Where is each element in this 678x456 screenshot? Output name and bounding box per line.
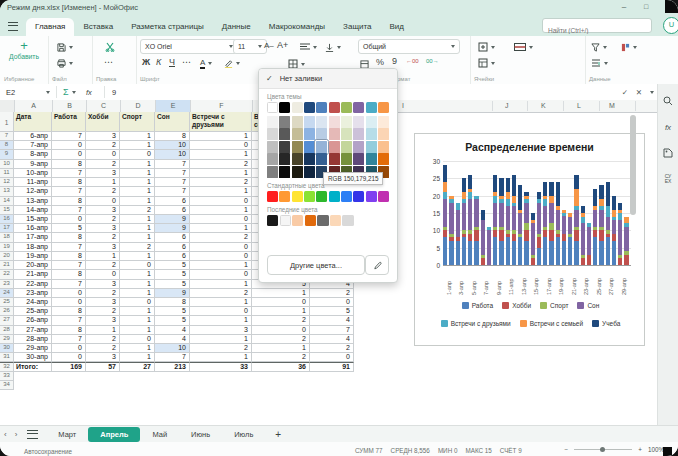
cell-style-button[interactable] bbox=[478, 56, 495, 70]
other-colors-button[interactable]: Другие цвета... bbox=[267, 255, 365, 275]
bar[interactable] bbox=[474, 196, 478, 265]
tint-color-swatch[interactable] bbox=[341, 141, 352, 153]
value-cell[interactable]: 1 bbox=[190, 280, 252, 289]
value-cell[interactable]: 3 bbox=[86, 206, 120, 215]
theme-color-swatch[interactable] bbox=[267, 102, 278, 113]
bold-button[interactable]: Ж bbox=[142, 57, 150, 67]
next-sheet-icon[interactable]: › bbox=[11, 430, 22, 439]
bar[interactable] bbox=[618, 203, 622, 265]
value-cell[interactable]: 8 bbox=[155, 298, 190, 307]
tint-color-swatch[interactable] bbox=[292, 128, 303, 140]
column-header[interactable]: I bbox=[402, 100, 404, 112]
value-cell[interactable]: 1 bbox=[120, 344, 155, 353]
value-cell[interactable]: 1 bbox=[120, 224, 155, 233]
vertical-scrollbar[interactable] bbox=[630, 115, 636, 215]
value-cell[interactable]: 3 bbox=[86, 298, 120, 307]
value-cell[interactable]: 1 bbox=[120, 197, 155, 206]
value-cell[interactable]: 2 bbox=[120, 206, 155, 215]
value-cell[interactable]: 8 bbox=[52, 233, 86, 242]
bar[interactable] bbox=[568, 213, 572, 265]
value-cell[interactable]: 1 bbox=[190, 169, 252, 178]
formula-input[interactable]: 9 bbox=[112, 84, 116, 100]
tint-color-swatch[interactable] bbox=[366, 128, 377, 140]
theme-color-swatch[interactable] bbox=[353, 102, 364, 113]
value-cell[interactable]: 2 bbox=[86, 160, 120, 169]
value-cell[interactable]: 0 bbox=[190, 141, 252, 150]
value-cell[interactable]: 7 bbox=[52, 335, 86, 344]
theme-color-swatch[interactable] bbox=[279, 102, 290, 113]
tint-color-swatch[interactable] bbox=[329, 128, 340, 140]
header-cell[interactable]: Сон bbox=[155, 112, 190, 132]
recent-color-swatch[interactable] bbox=[280, 215, 291, 226]
value-cell[interactable]: 2 bbox=[310, 344, 354, 353]
value-cell[interactable]: 1 bbox=[120, 280, 155, 289]
date-cell[interactable]: 10-апр bbox=[14, 169, 52, 178]
header-cell[interactable]: Спорт bbox=[120, 112, 155, 132]
tint-color-swatch[interactable] bbox=[267, 141, 278, 153]
value-cell[interactable]: 9 bbox=[155, 215, 190, 224]
value-cell[interactable]: 1 bbox=[120, 160, 155, 169]
total-cell[interactable]: 33 bbox=[190, 362, 252, 371]
tint-color-swatch[interactable] bbox=[292, 153, 303, 165]
value-cell[interactable]: 0 bbox=[252, 298, 310, 307]
value-cell[interactable]: 2 bbox=[190, 289, 252, 298]
theme-color-swatch[interactable] bbox=[341, 102, 352, 113]
autosum-button[interactable]: Σ bbox=[63, 84, 76, 100]
row-header[interactable]: 23 bbox=[0, 280, 14, 289]
bar[interactable] bbox=[587, 223, 591, 265]
value-cell[interactable]: 1 bbox=[120, 252, 155, 261]
cell-reference-box[interactable]: E2 bbox=[6, 84, 50, 100]
value-cell[interactable]: 9 bbox=[155, 289, 190, 298]
value-cell[interactable]: 5 bbox=[155, 280, 190, 289]
date-cell[interactable]: 29-апр bbox=[14, 344, 52, 353]
text-color-button[interactable]: А bbox=[200, 56, 212, 70]
recent-color-swatch[interactable] bbox=[330, 215, 341, 226]
tint-color-swatch[interactable] bbox=[353, 116, 364, 128]
value-cell[interactable]: 1 bbox=[120, 307, 155, 316]
value-cell[interactable]: 8 bbox=[52, 252, 86, 261]
zoom-slider[interactable] bbox=[574, 449, 632, 450]
row-header[interactable]: 17 bbox=[0, 224, 14, 233]
value-cell[interactable]: 6 bbox=[155, 252, 190, 261]
date-cell[interactable]: 26-апр bbox=[14, 316, 52, 325]
header-cell[interactable]: Встречи с друзьями bbox=[190, 112, 252, 132]
row-header[interactable]: 7 bbox=[0, 132, 14, 141]
header-cell[interactable]: Хобби bbox=[86, 112, 120, 132]
tint-color-swatch[interactable] bbox=[378, 141, 389, 153]
tint-color-swatch[interactable] bbox=[341, 128, 352, 140]
tint-color-swatch[interactable] bbox=[292, 166, 303, 178]
underline-button[interactable]: Ч bbox=[169, 57, 175, 67]
bar[interactable] bbox=[531, 213, 535, 265]
date-cell[interactable]: 18-апр bbox=[14, 243, 52, 252]
value-cell[interactable]: 1 bbox=[190, 132, 252, 141]
value-cell[interactable]: 2 bbox=[190, 178, 252, 187]
tint-color-swatch[interactable] bbox=[267, 153, 278, 165]
value-cell[interactable]: 2 bbox=[252, 353, 310, 362]
date-cell[interactable]: 19-апр bbox=[14, 252, 52, 261]
tint-color-swatch[interactable] bbox=[304, 141, 315, 153]
date-cell[interactable]: 11-апр bbox=[14, 178, 52, 187]
insert-function-button[interactable]: fx bbox=[86, 84, 92, 100]
bar[interactable] bbox=[449, 196, 453, 265]
date-cell[interactable]: 13-апр bbox=[14, 197, 52, 206]
date-cell[interactable]: 21-апр bbox=[14, 270, 52, 279]
zoom-out-button[interactable]: − bbox=[565, 446, 569, 453]
value-cell[interactable]: 3 bbox=[86, 132, 120, 141]
value-cell[interactable]: 2 bbox=[252, 316, 310, 325]
value-cell[interactable]: 0 bbox=[310, 353, 354, 362]
bar[interactable] bbox=[443, 165, 447, 265]
bar[interactable] bbox=[456, 203, 460, 265]
date-cell[interactable]: 15-апр bbox=[14, 215, 52, 224]
theme-color-swatch[interactable] bbox=[378, 102, 389, 113]
increase-decimal-button[interactable]: 00→ bbox=[426, 58, 439, 64]
value-cell[interactable]: 5 bbox=[155, 261, 190, 270]
tint-color-swatch[interactable] bbox=[329, 116, 340, 128]
recent-color-swatch[interactable] bbox=[305, 215, 316, 226]
value-cell[interactable]: 0 bbox=[52, 150, 86, 159]
value-cell[interactable]: 7 bbox=[155, 353, 190, 362]
row-header[interactable]: 32 bbox=[0, 362, 14, 371]
value-cell[interactable]: 7 bbox=[52, 206, 86, 215]
tint-color-swatch[interactable] bbox=[378, 116, 389, 128]
prev-sheet-icon[interactable]: ‹ bbox=[0, 430, 11, 439]
ribbon-tab[interactable]: Вид bbox=[380, 18, 412, 36]
